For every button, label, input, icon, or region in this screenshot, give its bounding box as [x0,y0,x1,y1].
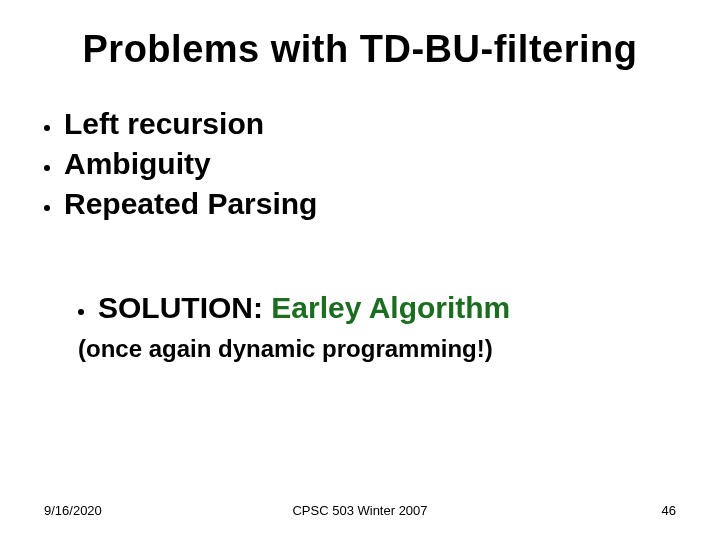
bullet-dot-icon [44,125,50,131]
solution-block: SOLUTION: Earley Algorithm (once again d… [44,291,676,363]
solution-line: SOLUTION: Earley Algorithm [98,291,510,325]
solution-bullet: SOLUTION: Earley Algorithm [78,291,676,325]
bullet-item: Repeated Parsing [44,187,676,221]
bullet-dot-icon [44,205,50,211]
solution-highlight: Earley Algorithm [271,291,510,324]
footer-course: CPSC 503 Winter 2007 [44,503,676,518]
bullet-dot-icon [44,165,50,171]
slide-footer: 9/16/2020 CPSC 503 Winter 2007 46 [44,503,676,518]
bullet-text: Left recursion [64,107,264,141]
bullet-item: Ambiguity [44,147,676,181]
bullet-text: Repeated Parsing [64,187,317,221]
solution-parenthetical: (once again dynamic programming!) [78,335,676,363]
bullet-list: Left recursion Ambiguity Repeated Parsin… [44,107,676,221]
slide-title: Problems with TD-BU-filtering [44,28,676,71]
slide: Problems with TD-BU-filtering Left recur… [0,0,720,540]
bullet-text: Ambiguity [64,147,211,181]
bullet-dot-icon [78,309,84,315]
bullet-item: Left recursion [44,107,676,141]
solution-label: SOLUTION: [98,291,263,324]
